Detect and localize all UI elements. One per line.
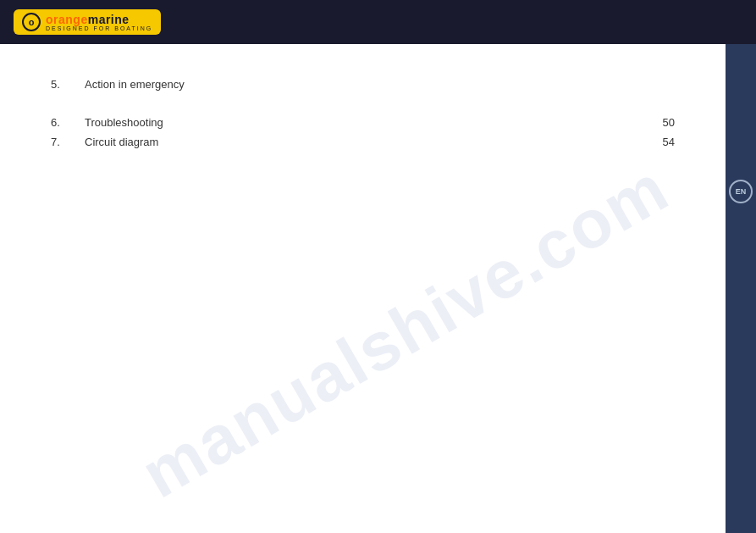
toc-entry-7: 7. Circuit diagram 54: [51, 136, 675, 148]
main-content: manualshive.com 5. Action in emergency 6…: [0, 44, 726, 533]
logo-circle-text: o: [29, 17, 35, 27]
toc-page-7: 54: [641, 136, 675, 148]
toc-label-6: Troubleshooting: [85, 116, 641, 129]
header: o orangemarine DESIGNED FOR BOATING: [0, 0, 756, 44]
watermark-text: manualshive.com: [129, 148, 682, 513]
toc-page-6: 50: [641, 116, 675, 129]
logo[interactable]: o orangemarine DESIGNED FOR BOATING: [14, 9, 161, 35]
right-sidebar: EN: [726, 44, 756, 533]
toc-number-7: 7.: [51, 136, 85, 148]
logo-dark-part: marine: [88, 13, 130, 26]
logo-sub-text: DESIGNED FOR BOATING: [46, 25, 152, 31]
logo-circle: o: [22, 13, 41, 31]
toc-entry-5: 5. Action in emergency: [51, 78, 675, 91]
watermark: manualshive.com: [127, 129, 683, 533]
toc-label-5: Action in emergency: [85, 78, 641, 91]
toc-number-6: 6.: [51, 116, 85, 129]
toc-label-7: Circuit diagram: [85, 136, 641, 148]
logo-text-block: orangemarine DESIGNED FOR BOATING: [46, 14, 152, 31]
toc-number-5: 5.: [51, 78, 85, 91]
toc-entry-6: 6. Troubleshooting 50: [51, 116, 675, 129]
logo-main-text: orangemarine: [46, 14, 152, 25]
language-badge[interactable]: EN: [729, 180, 753, 203]
logo-orange-part: orange: [46, 13, 88, 26]
